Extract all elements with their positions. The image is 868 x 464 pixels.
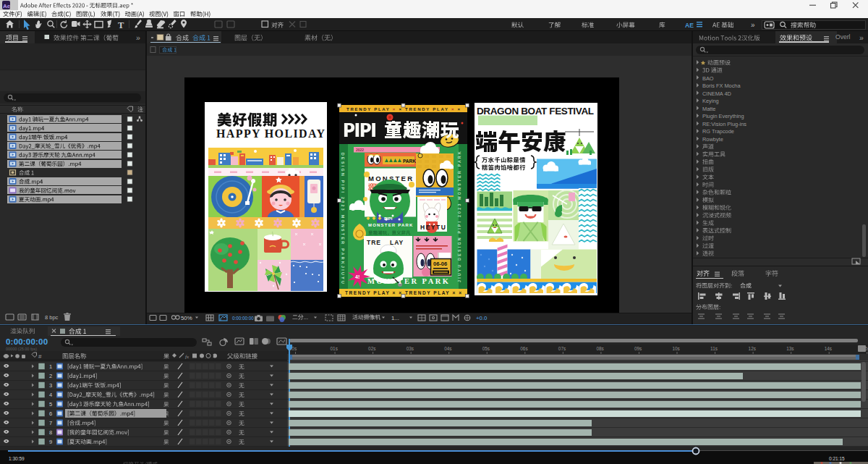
svg-text:fx: fx [185,354,190,360]
svg-text:HAPPY HOLIDAY: HAPPY HOLIDAY [216,127,325,140]
svg-text:T: T [118,20,124,30]
svg-text:#: # [38,353,42,360]
svg-text:Ae: Ae [3,3,11,9]
